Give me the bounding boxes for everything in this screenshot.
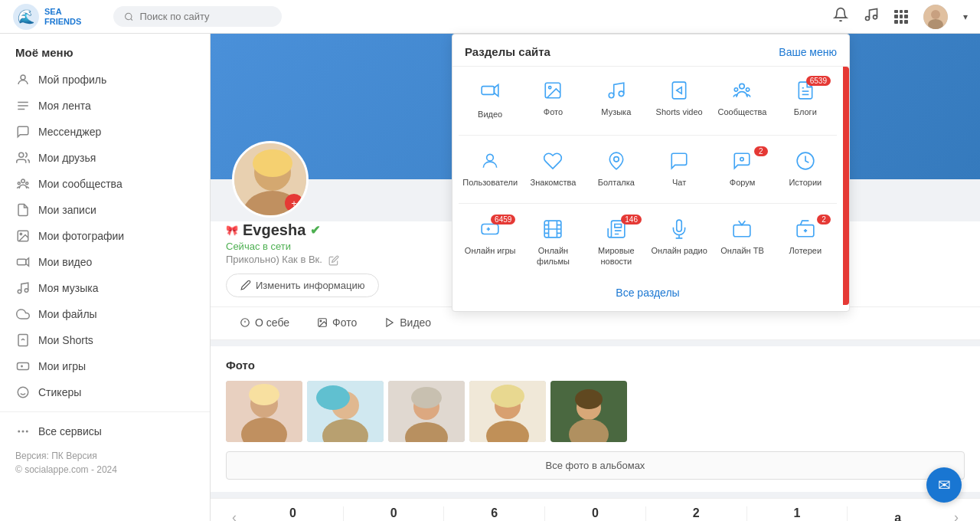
music-icon[interactable] bbox=[864, 7, 879, 26]
sidebar-item-my-videos[interactable]: Мои видео bbox=[0, 249, 210, 275]
section-online-films[interactable]: Онлайн фильмы bbox=[521, 211, 584, 274]
sidebar-item-stickers[interactable]: Стикеры bbox=[0, 379, 210, 405]
tab-video[interactable]: Видео bbox=[371, 307, 445, 339]
photo-icon bbox=[15, 228, 31, 244]
feed-icon bbox=[15, 98, 31, 113]
sidebar-label-all-services: Все сервисы bbox=[38, 425, 102, 437]
panel-red-bar bbox=[843, 67, 849, 305]
section-dating[interactable]: Знакомства bbox=[521, 143, 584, 195]
search-bar[interactable] bbox=[113, 6, 282, 27]
svg-point-60 bbox=[549, 87, 551, 89]
svg-point-64 bbox=[740, 84, 745, 89]
edit-info-button[interactable]: Изменить информацию bbox=[226, 274, 379, 297]
logo[interactable]: 🌊 SEAFRIENDS bbox=[12, 3, 104, 31]
header: 🌊 SEAFRIENDS bbox=[0, 0, 980, 34]
svg-point-2 bbox=[126, 13, 132, 19]
svg-point-24 bbox=[22, 431, 24, 432]
sidebar-item-my-communities[interactable]: Мои сообщества bbox=[0, 171, 210, 197]
svg-marker-58 bbox=[495, 84, 498, 96]
photo-thumb-4[interactable] bbox=[469, 381, 546, 442]
photo-thumb-3[interactable] bbox=[388, 381, 465, 442]
your-menu-link[interactable]: Ваше меню bbox=[779, 46, 837, 58]
svg-point-65 bbox=[735, 88, 738, 91]
sidebar-item-my-shorts[interactable]: Мои Shorts bbox=[0, 327, 210, 353]
header-icons: ▾ bbox=[833, 5, 968, 29]
sidebar-label-my-friends: Мои друзья bbox=[38, 152, 96, 164]
photo-thumb-5[interactable] bbox=[550, 381, 627, 442]
grid-icon[interactable] bbox=[894, 10, 908, 24]
blogs-badge: 6539 bbox=[806, 76, 831, 86]
svg-rect-57 bbox=[482, 87, 494, 95]
chat-icon bbox=[15, 124, 31, 139]
svg-rect-63 bbox=[672, 82, 685, 99]
search-icon bbox=[124, 11, 134, 22]
bell-icon[interactable] bbox=[833, 7, 848, 26]
sidebar-item-my-friends[interactable]: Мои друзья bbox=[0, 145, 210, 171]
stats-next-arrow[interactable]: › bbox=[948, 510, 965, 521]
section-lottery[interactable]: 2 Лотереи bbox=[774, 211, 837, 274]
video-icon bbox=[15, 254, 31, 270]
avatar[interactable] bbox=[923, 5, 948, 29]
section-online-radio[interactable]: Онлайн радио bbox=[648, 211, 710, 274]
chevron-down-icon[interactable]: ▾ bbox=[963, 11, 968, 22]
section-photo[interactable]: Фото bbox=[521, 73, 584, 127]
sidebar-item-my-music[interactable]: Моя музыка bbox=[0, 275, 210, 301]
sidebar-item-my-games[interactable]: Мои игры bbox=[0, 353, 210, 379]
sidebar-label-stickers: Стикеры bbox=[38, 386, 81, 398]
section-forum[interactable]: 2 Форум bbox=[710, 143, 773, 195]
sidebar-label-my-games: Мои игры bbox=[38, 360, 86, 372]
sidebar-item-messenger[interactable]: Мессенджер bbox=[0, 119, 210, 145]
cloud-icon bbox=[15, 306, 31, 322]
sidebar-item-all-services[interactable]: Все сервисы bbox=[0, 418, 210, 444]
sidebar-label-my-shorts: Мои Shorts bbox=[38, 334, 93, 346]
games-icon bbox=[15, 359, 31, 374]
sections-row-1: Видео Фото Музыка bbox=[452, 67, 843, 133]
svg-point-70 bbox=[614, 157, 619, 162]
section-video[interactable]: Видео bbox=[459, 73, 521, 127]
tv-section-icon bbox=[732, 219, 752, 241]
svg-point-14 bbox=[20, 233, 21, 234]
section-communities[interactable]: Сообщества bbox=[710, 73, 773, 127]
section-shorts[interactable]: Shorts video bbox=[648, 73, 710, 127]
news-badge: 146 bbox=[621, 215, 642, 224]
section-users[interactable]: Пользователи bbox=[459, 143, 521, 195]
sidebar-item-my-posts[interactable]: Мои записи bbox=[0, 197, 210, 223]
svg-point-8 bbox=[21, 75, 25, 80]
section-chat[interactable]: Чат bbox=[648, 143, 710, 195]
search-input[interactable] bbox=[140, 11, 272, 22]
svg-point-17 bbox=[18, 290, 21, 293]
photo-thumb-1[interactable] bbox=[226, 381, 302, 442]
stats-prev-arrow[interactable]: ‹ bbox=[226, 510, 243, 521]
sticker-icon bbox=[15, 385, 31, 400]
section-online-games[interactable]: 6459 Онлайн игры bbox=[459, 211, 521, 274]
sidebar-title: Моё меню bbox=[0, 43, 210, 67]
sidebar-label-my-profile: Мой профиль bbox=[38, 74, 106, 86]
svg-point-62 bbox=[619, 91, 624, 97]
sidebar-label-my-music: Моя музыка bbox=[38, 282, 99, 294]
sections-row-2: Пользователи Знакомства Болталка bbox=[452, 137, 843, 202]
section-online-tv[interactable]: Онлайн ТВ bbox=[710, 211, 773, 274]
communities-section-icon bbox=[732, 80, 752, 103]
sidebar-item-my-feed[interactable]: Моя лента bbox=[0, 93, 210, 119]
message-fab[interactable]: ✉ bbox=[926, 467, 962, 503]
section-blogs[interactable]: 6539 Блоги bbox=[774, 73, 837, 127]
all-sections-link[interactable]: Все разделы bbox=[452, 280, 843, 305]
sidebar-item-my-profile[interactable]: Мой профиль bbox=[0, 67, 210, 93]
section-music[interactable]: Музыка bbox=[585, 73, 648, 127]
site-sections-panel: Разделы сайта Ваше меню Видео Фото bbox=[452, 34, 850, 312]
person-icon bbox=[15, 72, 31, 87]
sidebar-item-my-files[interactable]: Мои файлы bbox=[0, 301, 210, 327]
section-chatroom[interactable]: Болталка bbox=[585, 143, 648, 195]
svg-point-56 bbox=[575, 389, 603, 409]
tab-photos[interactable]: Фото bbox=[303, 307, 371, 339]
tab-about[interactable]: О себе bbox=[226, 307, 303, 339]
svg-point-6 bbox=[931, 10, 940, 19]
document-icon bbox=[15, 202, 31, 218]
photo-thumb-2[interactable] bbox=[307, 381, 384, 442]
sidebar-item-my-photos[interactable]: Мои фотографии bbox=[0, 223, 210, 249]
section-stories[interactable]: Истории bbox=[774, 143, 837, 195]
all-photos-button[interactable]: Все фото в альбомах bbox=[226, 451, 965, 480]
stat-videos: 0 Роликов bbox=[243, 506, 343, 521]
section-world-news[interactable]: 146 Мировые новости bbox=[585, 211, 648, 274]
photo-grid bbox=[226, 381, 965, 442]
